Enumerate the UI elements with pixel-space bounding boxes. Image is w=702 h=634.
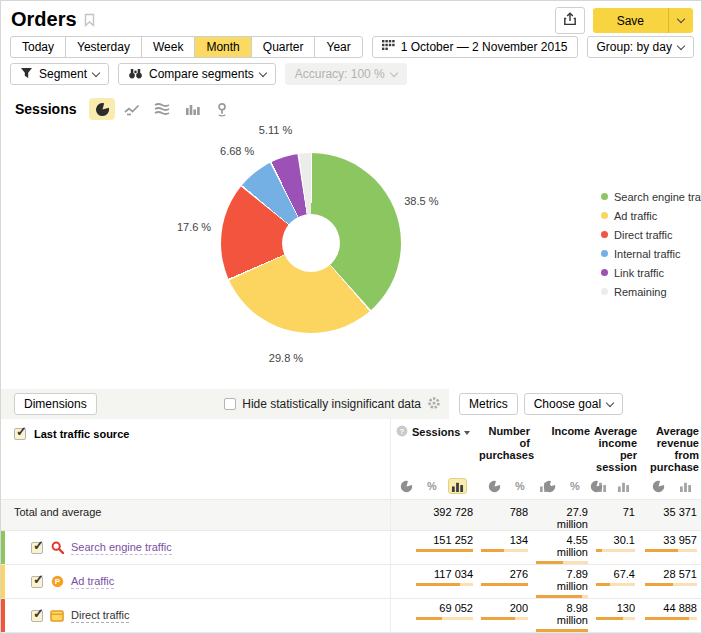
metric-bar bbox=[536, 561, 588, 564]
metric-bar bbox=[481, 617, 528, 620]
metric-value-cell: 69 052 bbox=[391, 599, 479, 632]
pie-slice-label: 17.6 % bbox=[177, 221, 211, 233]
svg-text:P: P bbox=[54, 577, 60, 586]
legend-item-remaining[interactable]: Remaining bbox=[601, 282, 702, 301]
bars-view-icon[interactable] bbox=[614, 478, 633, 494]
segment-toolbar: Segment Compare segments Accuracy: 100 % bbox=[1, 63, 701, 85]
column-header-sessions[interactable]: ?Sessions% bbox=[391, 419, 479, 499]
hide-insignificant-label[interactable]: Hide statistically insignificant data bbox=[242, 397, 421, 411]
column-header-average-income-per-session[interactable]: Average income per session bbox=[594, 419, 641, 499]
pie-view-icon[interactable] bbox=[485, 478, 504, 495]
compare-segments-button[interactable]: Compare segments bbox=[118, 63, 276, 85]
gear-icon[interactable] bbox=[427, 396, 441, 413]
tab-quarter[interactable]: Quarter bbox=[251, 36, 316, 58]
column-view-icons: % bbox=[479, 473, 534, 499]
row-label-link[interactable]: Search engine traffic bbox=[71, 541, 172, 555]
line-chart-icon[interactable] bbox=[119, 98, 145, 120]
legend-item-internal-traffic[interactable]: Internal traffic bbox=[601, 244, 702, 263]
metric-value-cell: 134 bbox=[479, 531, 534, 564]
map-icon[interactable] bbox=[209, 98, 235, 120]
column-title: Average revenue from purchase bbox=[650, 425, 699, 473]
save-dropdown-button[interactable] bbox=[668, 8, 693, 33]
export-button[interactable] bbox=[555, 7, 585, 34]
column-header-income[interactable]: Income% bbox=[534, 419, 594, 499]
chart-legend: Search engine trafficAd trafficDirect tr… bbox=[601, 187, 702, 301]
metric-value-cell: 7.89 million bbox=[534, 565, 594, 598]
hide-insignificant-checkbox[interactable] bbox=[224, 398, 236, 410]
pie-chart-icon[interactable] bbox=[89, 98, 115, 120]
percent-view-icon[interactable]: % bbox=[512, 478, 528, 494]
dimension-header-checkbox[interactable] bbox=[14, 428, 26, 440]
row-checkbox[interactable] bbox=[31, 576, 43, 588]
metric-bar bbox=[416, 549, 473, 552]
tab-week[interactable]: Week bbox=[141, 36, 195, 58]
tab-year[interactable]: Year bbox=[314, 36, 362, 58]
legend-item-direct-traffic[interactable]: Direct traffic bbox=[601, 225, 702, 244]
chart-type-switcher bbox=[89, 98, 235, 120]
save-button[interactable]: Save bbox=[593, 8, 668, 33]
legend-dot bbox=[601, 288, 608, 295]
pie-chart-area: 38.5 %29.8 %17.6 %6.68 %5.11 % Search en… bbox=[1, 121, 701, 385]
table-header-row: Last traffic source?Sessions%Number of p… bbox=[1, 419, 701, 499]
row-checkbox[interactable] bbox=[31, 542, 43, 554]
bars-view-icon[interactable] bbox=[448, 478, 467, 494]
pie-hole bbox=[282, 214, 340, 272]
metric-value: 276 bbox=[479, 568, 528, 580]
metric-bar bbox=[536, 595, 588, 598]
metric-bar-fill bbox=[416, 549, 473, 552]
pie-view-icon[interactable] bbox=[587, 478, 606, 495]
accuracy-button[interactable]: Accuracy: 100 % bbox=[285, 63, 407, 85]
legend-item-ad-traffic[interactable]: Ad traffic bbox=[601, 206, 702, 225]
legend-item-link-traffic[interactable]: Link traffic bbox=[601, 263, 702, 282]
metrics-button[interactable]: Metrics bbox=[459, 393, 518, 415]
metric-bar bbox=[645, 583, 697, 586]
calendar-icon bbox=[382, 40, 395, 54]
total-value-cell: 788 bbox=[479, 500, 534, 530]
tab-yesterday[interactable]: Yesterday bbox=[65, 36, 142, 58]
metric-bar-fill bbox=[536, 561, 563, 564]
total-value-cell: 27.9 million bbox=[534, 500, 594, 530]
column-title: Income bbox=[551, 425, 590, 437]
column-header-average-revenue-from-purchase[interactable]: Average revenue from purchase bbox=[641, 419, 702, 499]
metric-bar bbox=[596, 617, 635, 620]
column-view-icons bbox=[594, 473, 641, 499]
metric-value-cell: 130 bbox=[594, 599, 641, 632]
row-label-link[interactable]: Ad traffic bbox=[71, 575, 114, 589]
row-label-link[interactable]: Direct traffic bbox=[71, 609, 129, 623]
dimensions-button[interactable]: Dimensions bbox=[14, 393, 97, 415]
row-checkbox[interactable] bbox=[31, 610, 43, 622]
metric-value: 4.55 million bbox=[534, 534, 588, 558]
table-row-ad-traffic: PAd traffic117 0342767.89 million67.428 … bbox=[1, 564, 701, 598]
columns-chart-icon[interactable] bbox=[179, 98, 205, 120]
metric-bar bbox=[645, 617, 697, 620]
tab-month[interactable]: Month bbox=[194, 36, 251, 58]
legend-label: Internal traffic bbox=[614, 248, 680, 260]
metric-bar-fill bbox=[596, 549, 602, 552]
pie-view-icon[interactable] bbox=[397, 478, 416, 495]
pie-view-icon[interactable] bbox=[649, 478, 668, 495]
legend-dot bbox=[601, 250, 608, 257]
percent-view-icon[interactable]: % bbox=[424, 478, 440, 494]
tab-today[interactable]: Today bbox=[10, 36, 66, 58]
pie-view-icon[interactable] bbox=[540, 478, 559, 495]
help-icon[interactable]: ? bbox=[396, 425, 408, 439]
metric-bar-fill bbox=[645, 583, 673, 586]
metric-bar-fill bbox=[416, 617, 442, 620]
row-color-strip bbox=[1, 531, 5, 564]
group-by-button[interactable]: Group: by day bbox=[587, 36, 694, 58]
metric-value-cell: 30.1 bbox=[594, 531, 641, 564]
column-title: Sessions bbox=[412, 426, 460, 438]
segment-button[interactable]: Segment bbox=[10, 63, 109, 85]
stacked-areas-icon[interactable] bbox=[149, 98, 175, 120]
bookmark-icon[interactable] bbox=[84, 13, 95, 31]
pie-chart[interactable] bbox=[221, 153, 401, 333]
choose-goal-button[interactable]: Choose goal bbox=[524, 393, 623, 415]
svg-text:?: ? bbox=[400, 427, 405, 436]
bars-view-icon[interactable] bbox=[676, 478, 695, 494]
legend-item-search-engine-traffic[interactable]: Search engine traffic bbox=[601, 187, 702, 206]
percent-view-icon[interactable]: % bbox=[567, 478, 583, 494]
column-header-number-of-purchases[interactable]: Number of purchases% bbox=[479, 419, 534, 499]
title-bar: Orders Save bbox=[1, 1, 701, 33]
column-header-label: Number of purchases bbox=[479, 419, 534, 461]
date-range-button[interactable]: 1 October — 2 November 2015 bbox=[372, 36, 578, 58]
